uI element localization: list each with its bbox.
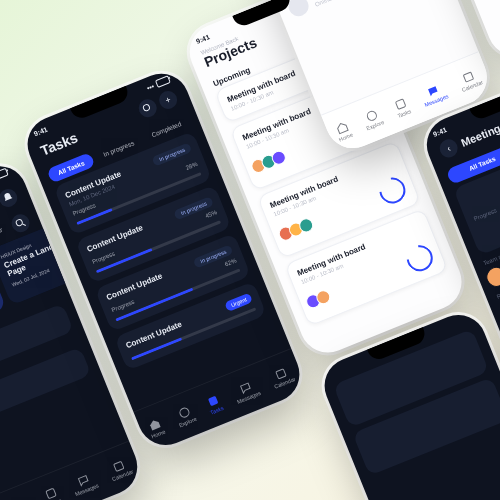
task-name: Content Update [125, 320, 184, 351]
svg-rect-2 [46, 488, 56, 498]
contact-row[interactable]: Geoffrey MottOnline [274, 0, 444, 29]
nav-tasks[interactable]: Tasks [204, 392, 224, 415]
member-avatars [279, 216, 315, 241]
progress-pct: 28% [185, 161, 198, 171]
search-button[interactable] [9, 211, 32, 234]
member-avatars [307, 288, 333, 309]
bottom-nav: Home Explore Tasks Messages Calendar [0, 440, 146, 500]
progress-pct: 62% [224, 257, 237, 267]
contact-status: Online [314, 0, 364, 7]
nav-explore[interactable]: Explore [11, 496, 35, 500]
priority-badge: Urgent [224, 292, 252, 311]
svg-point-4 [143, 104, 151, 112]
search-icon [140, 100, 156, 116]
svg-point-5 [178, 406, 190, 418]
nav-calendar[interactable]: Calendar [268, 363, 296, 389]
search-icon [13, 215, 29, 231]
add-button[interactable]: + [156, 88, 179, 111]
svg-rect-7 [276, 368, 286, 378]
progress-ring-icon [402, 240, 438, 276]
svg-rect-6 [208, 395, 218, 405]
search-button[interactable] [136, 96, 159, 119]
plus-icon: + [164, 94, 173, 105]
nav-home[interactable]: Home [333, 119, 354, 142]
nav-calendar[interactable]: Calendar [456, 67, 484, 93]
back-button[interactable]: ‹ [437, 137, 460, 160]
nav-messages[interactable]: Messages [231, 377, 261, 404]
bell-icon [0, 190, 16, 206]
nav-calendar[interactable]: Calendar [106, 456, 134, 482]
nav-tasks[interactable]: Tasks [42, 485, 62, 500]
progress-label: Progress [473, 207, 498, 222]
progress-ring-icon [374, 172, 410, 208]
nav-home[interactable]: Home [145, 416, 166, 439]
nav-explore[interactable]: Explore [173, 403, 197, 428]
nav-messages[interactable]: Messages [419, 80, 449, 107]
nav-messages[interactable]: Messages [69, 470, 99, 497]
svg-rect-10 [463, 72, 473, 82]
nav-tasks[interactable]: Tasks [392, 96, 412, 119]
progress-pct: 45% [204, 209, 217, 219]
bottom-nav: Home Explore Tasks Messages Calendar [133, 348, 307, 453]
svg-rect-3 [114, 461, 124, 471]
svg-rect-9 [395, 99, 405, 109]
chevron-left-icon: ‹ [445, 143, 452, 153]
svg-point-0 [15, 219, 23, 227]
nav-explore[interactable]: Explore [360, 106, 384, 131]
svg-point-8 [365, 110, 377, 122]
member-avatars [252, 149, 288, 174]
